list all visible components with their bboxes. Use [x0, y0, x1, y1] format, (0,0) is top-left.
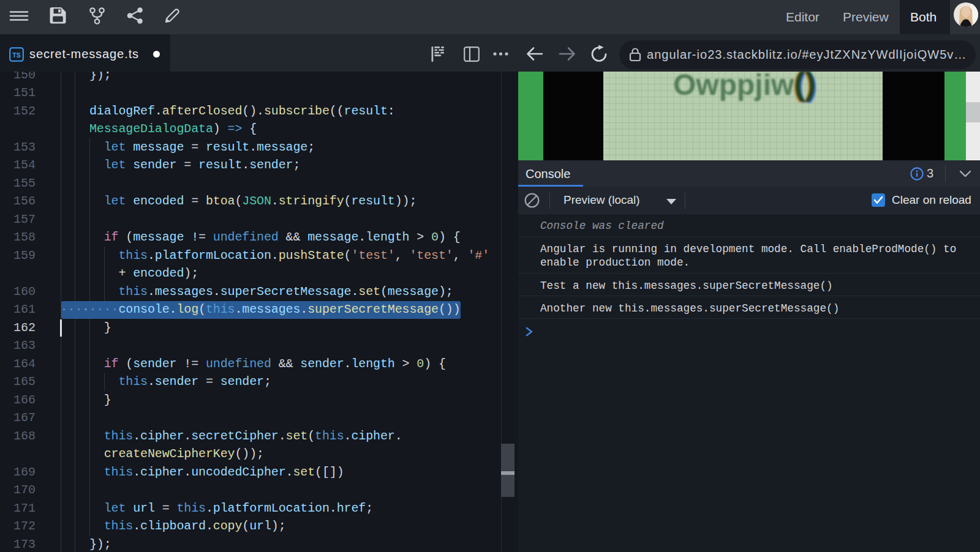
- svg-text:TS: TS: [12, 51, 20, 59]
